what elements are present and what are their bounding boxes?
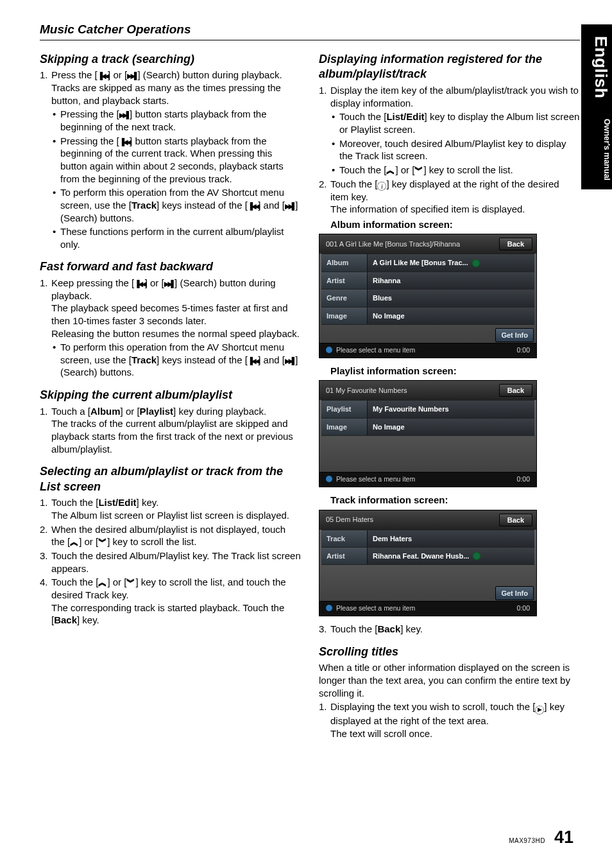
playlist-info-label: Playlist information screen: [319,365,580,378]
step-number: 1. [40,277,48,290]
body-text: The tracks of the current album/playlist… [51,417,301,455]
row-label: Genre [321,290,368,306]
row-value: My Favourite Numbers [368,401,534,417]
scroll-text-icon[interactable] [472,259,480,267]
scroll-up-icon [386,166,395,175]
body-text: The information of specified item is dis… [330,203,580,216]
list-item: 1. Touch a [Album] or [Playlist] key dur… [40,405,301,456]
heading-displaying-info: Displaying information registered for th… [319,52,580,82]
list-item: 1. Keep pressing the [] or [] (Search) b… [40,277,301,379]
track-info-label: Track information screen: [319,494,580,507]
body-text: Press the [] or [] (Search) button durin… [51,69,282,80]
heading-scrolling-titles: Scrolling titles [319,645,580,660]
next-track-icon [285,201,295,211]
body-text: When a title or other information displa… [319,661,580,699]
list-item: 4. Touch the [] or [] key to scroll the … [40,576,301,627]
table-row[interactable]: AlbumA Girl Like Me [Bonus Trac... [321,254,534,271]
sidebar-manual: Owner's manual [581,110,612,189]
next-track-icon [127,71,137,80]
body-text: Touch the [Back] key. [330,623,423,634]
album-info-label: Album information screen: [330,218,580,231]
table-row[interactable]: PlaylistMy Favourite Numbers [321,400,534,417]
next-track-icon [285,356,295,365]
prev-track-icon [248,201,258,211]
body-text: Touch the [] or [] key to scroll the lis… [51,577,286,600]
step-number: 1. [319,700,327,713]
body-text: Displaying the text you wish to scroll, … [330,701,565,726]
next-track-icon [119,110,130,119]
body-text: Keep pressing the [] or [] (Search) butt… [51,277,276,301]
prev-track-icon [248,356,258,365]
row-value: No Image [368,419,534,435]
step-number: 1. [40,496,48,509]
step-number: 2. [319,178,327,191]
table-row[interactable]: ArtistRihanna [321,272,534,289]
body-text: The Album list screen or Playlist list s… [51,509,301,522]
scroll-text-icon[interactable] [473,552,480,560]
table-row[interactable]: ArtistRihanna Feat. Dwane Husb... [321,547,534,565]
page-number: 41 [554,826,574,849]
get-info-button[interactable]: Get Info [495,328,534,342]
body-text: The playback speed becomes 5-times faste… [51,302,301,327]
row-value: Dem Haters [368,530,534,547]
right-column: Displaying information registered for th… [319,52,580,742]
row-value: A Girl Like Me [Bonus Trac... [368,254,534,271]
body-text: Display the item key of the album/playli… [330,85,579,108]
table-row[interactable]: TrackDem Haters [321,530,534,547]
back-button[interactable]: Back [499,384,532,397]
time-indicator: 0:00 [517,475,530,484]
back-button[interactable]: Back [499,238,532,250]
row-label: Artist [321,272,368,289]
heading-skipping-track: Skipping a track (searching) [40,52,301,67]
language-sidebar: English Owner's manual [581,24,612,189]
body-text: The corresponding track is started playb… [51,602,301,627]
status-text: Please select a menu item [326,346,415,355]
scroll-up-icon [70,537,79,547]
body-text: Touch the desired Album/Playlist key. Th… [51,550,301,574]
back-button[interactable]: Back [499,514,532,526]
bullet-item: Pressing the [] button starts playback f… [51,135,301,186]
screen-title: 001 A Girl Like Me [Bonus Tracks]/Rihann… [326,239,460,248]
bullet-item: Moreover, touch desired Album/Playlist k… [330,137,580,162]
body-text: Tracks are skipped as many as the times … [51,82,301,107]
scroll-down-icon [126,578,135,587]
status-text: Please select a menu item [326,475,415,484]
bullet-item: Touch the [] or [] key to scroll the lis… [330,164,580,177]
list-item: 2. When the desired album/playlist is no… [40,523,301,548]
body-text: The text will scroll once. [330,727,580,740]
step-number: 3. [319,623,327,636]
body-text: When the desired album/playlist is not d… [51,524,285,548]
list-item: 2. Touch the [] key displayed at the rig… [319,178,580,231]
list-item: 1. Display the item key of the album/pla… [319,84,580,176]
status-text: Please select a menu item [326,604,415,613]
scroll-down-icon [98,537,107,547]
table-row[interactable]: GenreBlues [321,289,534,306]
body-text: Touch the [List/Edit] key. [51,497,158,508]
step-number: 2. [40,523,48,536]
list-item: 1. Touch the [List/Edit] key. The Album … [40,496,301,521]
row-value: Blues [368,290,534,306]
time-indicator: 0:00 [517,604,530,613]
bullet-item: To perform this operation from the AV Sh… [51,341,301,379]
status-dot-icon [326,476,332,482]
step-number: 1. [40,405,48,418]
get-info-button[interactable]: Get Info [495,586,534,600]
time-indicator: 0:00 [517,346,530,355]
row-label: Artist [321,548,368,564]
bullet-item: These functions perform in the current a… [51,225,301,250]
playlist-info-screen: 01 My Favourite NumbersBackPlaylistMy Fa… [319,380,537,487]
prev-track-icon [134,279,144,288]
list-item: 1. Press the [] or [] (Search) button du… [40,69,301,250]
heading-selecting-from-list: Selecting an album/playlist or track fro… [40,464,301,494]
table-row[interactable]: ImageNo Image [321,307,534,325]
list-item: 1. Displaying the text you wish to scrol… [319,700,580,740]
info-icon [377,182,386,191]
row-label: Playlist [321,401,368,417]
sidebar-language: English [581,24,612,110]
track-info-screen: 05 Dem HatersBackTrackDem HatersArtistRi… [319,510,537,617]
section-title: Music Catcher Operations [40,22,191,36]
prev-track-icon [98,71,108,80]
row-label: Album [321,254,368,271]
bullet-item: Pressing the [] button starts playback f… [51,108,301,133]
table-row[interactable]: ImageNo Image [321,418,534,436]
